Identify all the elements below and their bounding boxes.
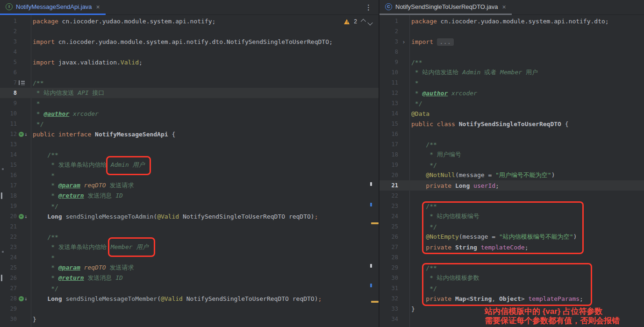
close-icon[interactable]: ×: [96, 4, 100, 10]
code-line[interactable]: 2: [379, 26, 644, 36]
code-line[interactable]: 19 */: [0, 201, 379, 211]
code-line[interactable]: 23 /**: [379, 201, 644, 211]
tab-notifymessagesendapi[interactable]: I NotifyMessageSendApi.java ×: [0, 0, 106, 15]
code-line[interactable]: 22: [379, 191, 644, 201]
code-line[interactable]: 9/**: [379, 57, 644, 67]
right-editor[interactable]: 1package cn.iocoder.yudao.module.system.…: [379, 15, 644, 327]
code-line[interactable]: 9 *: [0, 98, 379, 108]
code-line[interactable]: 16: [379, 129, 644, 139]
code-line[interactable]: 17 /**: [379, 139, 644, 149]
line-number: 34: [379, 316, 398, 322]
inspections-widget[interactable]: ! 2: [344, 18, 372, 25]
folded-imports[interactable]: ...: [437, 38, 454, 46]
line-number: 13: [0, 141, 17, 148]
scrollbar-mark[interactable]: [370, 264, 372, 268]
implemented-icon[interactable]: [19, 296, 24, 301]
code-line[interactable]: 25 */: [379, 221, 644, 232]
close-icon[interactable]: ×: [502, 4, 506, 10]
code-line[interactable]: 15 * 发送单条站内信给 Admin 用户: [0, 160, 379, 170]
code-line[interactable]: 24 * 站内信模板编号: [379, 211, 644, 221]
line-number: 29: [0, 306, 17, 312]
more-options-icon[interactable]: ⋮: [365, 3, 372, 12]
code-line[interactable]: 26 * @return 发送消息 ID: [0, 273, 379, 283]
code-body: 1package cn.iocoder.yudao.module.system.…: [0, 15, 379, 324]
scrollbar-mark[interactable]: [370, 203, 372, 206]
code-line[interactable]: 2: [0, 26, 379, 36]
code-line[interactable]: 31 */: [379, 283, 644, 293]
scrollbar-mark[interactable]: [370, 182, 372, 186]
annotation-caption-line1: 站内信模版中的 {var} 占位符参数: [485, 307, 620, 316]
code-line[interactable]: 7/**: [0, 78, 379, 88]
code-line[interactable]: 29 /**: [379, 263, 644, 273]
code-line[interactable]: 18 * 用户编号: [379, 149, 644, 160]
code-line[interactable]: 12↓public interface NotifyMessageSendApi…: [0, 129, 379, 139]
fold-chevron-icon[interactable]: ›: [398, 38, 409, 45]
implemented-icon[interactable]: [19, 214, 24, 219]
code-line[interactable]: 14 /**: [0, 149, 379, 160]
code-line[interactable]: 32 private Map<String, Object> templateP…: [379, 293, 644, 304]
left-editor[interactable]: 1package cn.iocoder.yudao.module.system.…: [0, 15, 379, 327]
gutter-dot-marker: [2, 168, 4, 170]
line-number: 1: [379, 18, 398, 24]
code-line[interactable]: 4: [0, 47, 379, 57]
code-line[interactable]: 11 */: [0, 119, 379, 129]
line-number: 11: [0, 121, 17, 127]
implemented-icon[interactable]: [19, 132, 24, 137]
code-line[interactable]: 28: [379, 252, 644, 263]
code-line[interactable]: 30}: [0, 314, 379, 324]
code-line[interactable]: 30 * 站内信模板参数: [379, 273, 644, 283]
line-number: 29: [379, 264, 398, 271]
line-number: 19: [0, 203, 17, 209]
next-problem-icon[interactable]: [367, 20, 372, 25]
code-line[interactable]: 23 * 发送单条站内信给 Member 用户: [0, 242, 379, 252]
code-line[interactable]: 29: [0, 304, 379, 314]
line-number: 10: [379, 69, 398, 76]
line-number: 23: [0, 244, 17, 250]
code-line[interactable]: 8 * 站内信发送 API 接口: [0, 88, 379, 98]
code-line[interactable]: 22 /**: [0, 232, 379, 242]
code-line[interactable]: 20↓ Long sendSingleMessageToAdmin(@Valid…: [0, 211, 379, 221]
code-line[interactable]: 1package cn.iocoder.yudao.module.system.…: [0, 16, 379, 26]
code-body: 1package cn.iocoder.yudao.module.system.…: [379, 15, 644, 324]
code-line[interactable]: 6: [0, 67, 379, 78]
scrollbar-mark[interactable]: [370, 284, 372, 287]
line-number: 20: [0, 213, 17, 220]
code-line[interactable]: 10 * @author xrcoder: [0, 108, 379, 119]
code-line[interactable]: 14@Data: [379, 108, 644, 119]
code-line[interactable]: 17 * @param reqDTO 发送请求: [0, 180, 379, 191]
code-line[interactable]: 5import javax.validation.Valid;: [0, 57, 379, 67]
down-arrow-icon: ↓: [24, 132, 28, 137]
prev-problem-icon[interactable]: [361, 19, 366, 24]
code-line[interactable]: 16 *: [0, 170, 379, 180]
code-line[interactable]: 24 *: [0, 252, 379, 263]
code-line[interactable]: 3›import ...: [379, 36, 644, 47]
line-number: 28: [379, 254, 398, 261]
warning-count: 2: [354, 18, 357, 25]
code-line[interactable]: 21 private Long userId;: [379, 180, 644, 191]
code-line[interactable]: 15public class NotifySendSingleToUserReq…: [379, 119, 644, 129]
code-line[interactable]: 25 * @param reqDTO 发送请求: [0, 263, 379, 273]
code-line[interactable]: 28↓ Long sendSingleMessageToMember(@Vali…: [0, 293, 379, 304]
line-number: 2: [379, 28, 398, 35]
tab-label: NotifyMessageSendApi.java: [16, 3, 92, 10]
code-line[interactable]: 26 @NotEmpty(message = "站内信模板编号不能为空"): [379, 232, 644, 242]
code-line[interactable]: 27 private String templateCode;: [379, 242, 644, 252]
scrollbar-warning-mark[interactable]: [371, 222, 379, 224]
code-line[interactable]: 19 */: [379, 160, 644, 170]
code-line[interactable]: 11 *: [379, 78, 644, 88]
code-line[interactable]: 3import cn.iocoder.yudao.module.system.a…: [0, 36, 379, 47]
code-line[interactable]: 13 */: [379, 98, 644, 108]
scrollbar-warning-mark[interactable]: [371, 301, 379, 303]
code-line[interactable]: 27 */: [0, 283, 379, 293]
code-line[interactable]: 1package cn.iocoder.yudao.module.system.…: [379, 16, 644, 26]
code-line[interactable]: 20 @NotNull(message = "用户编号不能为空"): [379, 170, 644, 180]
line-number: 30: [0, 316, 17, 322]
code-line[interactable]: 18 * @return 发送消息 ID: [0, 191, 379, 201]
code-line[interactable]: 21: [0, 221, 379, 232]
code-line[interactable]: 12 * @author xrcoder: [379, 88, 644, 98]
code-line[interactable]: 13: [0, 139, 379, 149]
tab-notifysendsingletouserreqdto[interactable]: C NotifySendSingleToUserReqDTO.java ×: [379, 0, 512, 15]
doc-render-toggle-icon[interactable]: [19, 80, 25, 85]
code-line[interactable]: 10 * 站内信发送给 Admin 或者 Member 用户: [379, 67, 644, 78]
code-line[interactable]: 8: [379, 47, 644, 57]
